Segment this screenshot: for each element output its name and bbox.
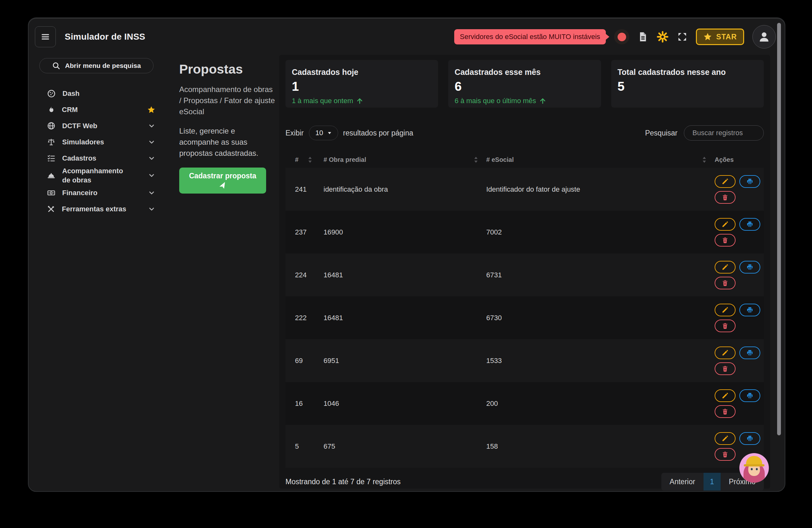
breadcrumb: Acompanhamento de obras / Propostas / Fa… xyxy=(179,84,275,117)
chevron-down-icon xyxy=(148,122,156,130)
search-menu-label: Abrir menu de pesquisa xyxy=(65,62,141,70)
edit-button[interactable] xyxy=(715,261,736,273)
print-button[interactable] xyxy=(739,432,760,445)
star-button-label: STAR xyxy=(716,33,737,41)
column-header-id[interactable]: # xyxy=(295,156,323,163)
status-dot-icon xyxy=(618,33,626,41)
page-intro: Propostas Acompanhamento de obras / Prop… xyxy=(179,62,275,194)
table-row: 16 1046 200 xyxy=(286,382,764,425)
row-obra-predial: 6951 xyxy=(323,357,486,365)
print-button[interactable] xyxy=(739,346,760,359)
sidebar-item-dash[interactable]: Dash xyxy=(47,85,156,102)
sidebar-item-financeiro[interactable]: Financeiro xyxy=(47,185,156,201)
sort-icon[interactable] xyxy=(474,156,478,163)
stat-label: Cadastrados hoje xyxy=(292,68,432,77)
printer-icon xyxy=(746,264,753,271)
delete-button[interactable] xyxy=(715,319,736,332)
delete-button[interactable] xyxy=(715,448,736,461)
register-proposal-label: Cadastrar proposta xyxy=(189,172,256,180)
row-obra-predial: 1046 xyxy=(323,399,486,408)
hard-hat-icon xyxy=(47,171,56,180)
print-button[interactable] xyxy=(739,261,760,273)
vertical-scrollbar[interactable] xyxy=(777,23,781,436)
fullscreen-button[interactable] xyxy=(677,31,688,42)
theme-toggle-button[interactable] xyxy=(656,31,669,43)
page-size-value: 10 xyxy=(315,129,323,137)
document-button[interactable] xyxy=(638,31,648,42)
trash-icon xyxy=(722,451,728,458)
pencil-icon xyxy=(722,435,728,442)
row-id: 69 xyxy=(295,357,323,365)
open-search-menu-button[interactable]: Abrir menu de pesquisa xyxy=(39,58,154,73)
sidebar-item-dctf-web[interactable]: DCTF Web xyxy=(47,118,156,134)
edit-button[interactable] xyxy=(715,218,736,231)
row-esocial: 7002 xyxy=(486,228,715,237)
table-row: 69 6951 1533 xyxy=(286,339,764,382)
stat-value: 6 xyxy=(454,79,594,94)
favorite-star-icon xyxy=(147,106,156,114)
hamburger-menu-button[interactable] xyxy=(35,26,56,47)
stat-card-year: Total cadastrados nesse ano 5 xyxy=(611,60,764,108)
send-icon xyxy=(218,181,228,191)
page-title: Propostas xyxy=(179,62,275,77)
row-id: 222 xyxy=(295,314,323,322)
column-header-esocial[interactable]: # eSocial xyxy=(486,156,715,163)
delete-button[interactable] xyxy=(715,277,736,289)
row-actions xyxy=(715,175,761,204)
pencil-icon xyxy=(722,392,728,399)
stat-delta: 6 à mais que o último mês xyxy=(454,97,594,105)
pagination-previous-button[interactable]: Anterior xyxy=(661,473,704,490)
table-footer: Mostrando de 1 até 7 de 7 registros Ante… xyxy=(286,473,764,490)
print-button[interactable] xyxy=(739,218,760,231)
register-proposal-button[interactable]: Cadastrar proposta xyxy=(179,168,266,194)
page-description: Liste, gerencie e acompanhe as suas prop… xyxy=(179,125,275,159)
sidebar-item-acompanhamento-de-obras[interactable]: Acompanhamento de obras xyxy=(47,166,156,185)
stat-value: 5 xyxy=(618,79,757,94)
stat-card-month: Cadastrados esse mês 6 6 à mais que o úl… xyxy=(448,60,601,108)
globe-icon xyxy=(47,122,56,130)
pencil-icon xyxy=(722,306,728,314)
edit-button[interactable] xyxy=(715,389,736,402)
table-row: 241 identificação da obra Identificador … xyxy=(286,168,764,211)
page-size-select[interactable]: 10 xyxy=(309,126,338,140)
trash-icon xyxy=(722,280,728,287)
delete-button[interactable] xyxy=(715,234,736,246)
delete-button[interactable] xyxy=(715,362,736,375)
flame-icon xyxy=(47,106,55,114)
edit-button[interactable] xyxy=(715,304,736,316)
topbar-actions: Servidores do eSocial estão MUITO instáv… xyxy=(454,25,776,48)
row-obra-predial: 675 xyxy=(323,442,486,451)
money-icon xyxy=(47,188,56,197)
star-button[interactable]: STAR xyxy=(696,29,744,45)
row-id: 16 xyxy=(295,399,323,408)
column-header-obra-predial[interactable]: # Obra predial xyxy=(323,156,486,163)
table-body: 241 identificação da obra Identificador … xyxy=(286,168,764,468)
sidebar-item-ferramentas-extras[interactable]: Ferramentas extras xyxy=(47,201,156,217)
edit-button[interactable] xyxy=(715,346,736,359)
edit-button[interactable] xyxy=(715,175,736,188)
trash-icon xyxy=(722,323,728,329)
chevron-down-icon xyxy=(148,155,156,162)
edit-button[interactable] xyxy=(715,432,736,445)
delete-button[interactable] xyxy=(715,405,736,418)
stat-label: Cadastrados esse mês xyxy=(454,68,594,77)
avatar-eye xyxy=(756,468,758,470)
printer-icon xyxy=(746,178,753,185)
user-avatar-button[interactable] xyxy=(752,25,776,48)
sidebar-item-crm[interactable]: CRM xyxy=(47,102,156,118)
print-button[interactable] xyxy=(739,175,760,188)
print-button[interactable] xyxy=(739,304,760,316)
sort-icon[interactable] xyxy=(308,156,312,163)
sidebar-item-simuladores[interactable]: Simuladores xyxy=(47,134,156,150)
trash-icon xyxy=(722,237,728,244)
search-input[interactable] xyxy=(684,125,764,141)
print-button[interactable] xyxy=(739,389,760,402)
delete-button[interactable] xyxy=(715,191,736,204)
sidebar-item-cadastros[interactable]: Cadastros xyxy=(47,150,156,166)
document-icon xyxy=(638,31,648,42)
search-label: Pesquisar xyxy=(645,129,678,138)
sort-icon[interactable] xyxy=(702,156,706,163)
pencil-icon xyxy=(722,349,728,356)
pagination-page-1[interactable]: 1 xyxy=(704,473,721,490)
assistant-avatar[interactable] xyxy=(739,453,769,483)
